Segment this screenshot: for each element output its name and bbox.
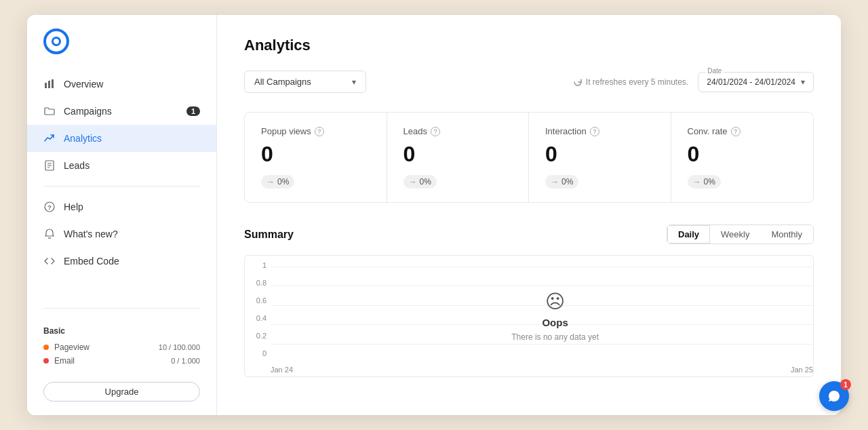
- sidebar-item-overview[interactable]: Overview: [27, 71, 216, 98]
- interaction-change: → 0%: [545, 175, 654, 189]
- chart-bar-icon: [43, 78, 56, 90]
- chat-badge: 1: [840, 379, 851, 390]
- sidebar-item-analytics-label: Analytics: [64, 133, 102, 144]
- chevron-down-icon: ▾: [352, 77, 356, 87]
- svg-text:?: ?: [47, 204, 52, 211]
- period-tabs: Daily Weekly Monthly: [667, 224, 814, 244]
- leads-value: 0: [403, 142, 513, 167]
- arrow-right-icon: →: [267, 177, 275, 187]
- page-title: Analytics: [244, 37, 814, 54]
- logo-icon: [43, 28, 69, 54]
- interaction-change-badge: → 0%: [545, 175, 578, 189]
- sidebar-item-analytics[interactable]: Analytics: [27, 125, 216, 152]
- date-picker[interactable]: Date 24/01/2024 - 24/01/2024 ▾: [698, 72, 814, 92]
- x-label-jan25: Jan 25: [791, 366, 813, 374]
- date-value: 24/01/2024 - 24/01/2024: [707, 77, 795, 87]
- leads-label: Leads ?: [403, 126, 513, 136]
- sidebar-item-whats-new-label: What's new?: [64, 229, 118, 239]
- grid-line: [271, 344, 813, 345]
- chevron-down-date-icon: ▾: [801, 77, 805, 87]
- interaction-label: Interaction ?: [545, 126, 654, 136]
- summary-header: Summary Daily Weekly Monthly: [244, 224, 814, 244]
- pageview-dot: [43, 345, 49, 350]
- toolbar-right: It refreshes every 5 minutes. Date 24/01…: [573, 72, 814, 92]
- bell-icon: [43, 228, 56, 240]
- stat-interaction: Interaction ? 0 → 0%: [529, 113, 671, 202]
- conv-rate-change-badge: → 0%: [688, 175, 721, 189]
- stat-leads: Leads ? 0 → 0%: [387, 113, 530, 202]
- y-label-06: 0.6: [245, 296, 271, 305]
- sidebar-item-whats-new[interactable]: What's new?: [27, 220, 216, 248]
- y-label-1: 1: [245, 261, 271, 269]
- sidebar-item-overview-label: Overview: [64, 79, 103, 90]
- period-tab-daily[interactable]: Daily: [667, 225, 710, 243]
- chart-empty-state: ☹ Oops There is no any data yet: [511, 290, 599, 342]
- usage-row-pageview: Pageview 10 / 100.000: [43, 343, 200, 352]
- conv-rate-change: → 0%: [688, 175, 797, 189]
- folder-icon: [43, 105, 56, 117]
- sidebar-item-leads-label: Leads: [64, 160, 90, 171]
- period-tab-weekly[interactable]: Weekly: [710, 225, 760, 243]
- sidebar-item-leads[interactable]: Leads: [27, 152, 216, 179]
- summary-title: Summary: [244, 229, 294, 241]
- interaction-help-icon[interactable]: ?: [590, 127, 599, 136]
- chart-y-labels: 1 0.8 0.6 0.4 0.2 0: [245, 256, 271, 363]
- pageview-label: Pageview: [54, 343, 153, 352]
- campaign-select[interactable]: All Campaigns ▾: [244, 71, 366, 93]
- sidebar: Overview Campaigns 1: [27, 15, 217, 415]
- conv-rate-help-icon[interactable]: ?: [731, 127, 741, 136]
- svg-rect-0: [45, 83, 47, 88]
- arrow-right-icon: →: [409, 177, 417, 187]
- conv-rate-value: 0: [688, 142, 797, 167]
- logo: [27, 28, 216, 71]
- chat-button[interactable]: 1: [819, 381, 849, 411]
- nav-divider: [43, 186, 200, 187]
- leads-help-icon[interactable]: ?: [431, 127, 440, 136]
- empty-state-title: Oops: [542, 317, 568, 328]
- svg-rect-1: [48, 81, 50, 88]
- email-dot: [43, 358, 49, 364]
- email-value: 0 / 1.000: [171, 357, 200, 365]
- email-label: Email: [54, 356, 165, 366]
- svg-rect-2: [52, 79, 54, 88]
- trending-up-icon: [43, 132, 56, 144]
- interaction-value: 0: [545, 142, 654, 167]
- grid-line: [271, 267, 813, 267]
- upgrade-button[interactable]: Upgrade: [43, 382, 200, 402]
- date-label: Date: [705, 67, 724, 75]
- leads-change: → 0%: [403, 175, 513, 189]
- sidebar-item-embed-code[interactable]: Embed Code: [27, 248, 216, 275]
- chart-area: 1 0.8 0.6 0.4 0.2 0 Jan 24 Jan 25: [244, 255, 814, 377]
- chart-x-labels: Jan 24 Jan 25: [271, 363, 813, 376]
- conv-rate-label: Conv. rate ?: [688, 126, 797, 136]
- leads-change-badge: → 0%: [403, 175, 437, 189]
- app-window: Overview Campaigns 1: [27, 15, 841, 415]
- y-label-08: 0.8: [245, 279, 271, 287]
- basic-title: Basic: [43, 326, 200, 336]
- y-label-0: 0: [245, 349, 271, 357]
- empty-state-subtitle: There is no any data yet: [511, 332, 599, 342]
- x-label-jan24: Jan 24: [271, 366, 293, 374]
- stat-conv-rate: Conv. rate ? 0 → 0%: [671, 113, 814, 202]
- period-tab-monthly[interactable]: Monthly: [760, 225, 813, 243]
- stats-row: Popup views ? 0 → 0% Leads ? 0: [244, 112, 814, 203]
- usage-row-email: Email 0 / 1.000: [43, 356, 200, 366]
- refresh-info: It refreshes every 5 minutes.: [573, 77, 688, 87]
- grid-line: [271, 286, 813, 286]
- sidebar-item-embed-code-label: Embed Code: [64, 256, 119, 267]
- toolbar: All Campaigns ▾ It refreshes every 5 min…: [244, 71, 814, 93]
- refresh-text: It refreshes every 5 minutes.: [586, 77, 688, 87]
- popup-views-change-badge: → 0%: [261, 175, 294, 189]
- file-text-icon: [43, 159, 56, 172]
- arrow-right-icon: →: [551, 177, 559, 187]
- basic-section: Basic Pageview 10 / 100.000 Email 0 / 1.…: [27, 315, 216, 375]
- bottom-divider: [43, 308, 200, 309]
- code-icon: [43, 255, 56, 267]
- campaign-select-label: All Campaigns: [254, 77, 311, 87]
- sidebar-nav: Overview Campaigns 1: [27, 71, 216, 301]
- sidebar-item-campaigns[interactable]: Campaigns 1: [27, 98, 216, 125]
- sidebar-item-campaigns-label: Campaigns: [64, 106, 112, 117]
- popup-views-help-icon[interactable]: ?: [315, 127, 324, 136]
- sidebar-item-help-label: Help: [64, 201, 83, 212]
- sidebar-item-help[interactable]: ? Help: [27, 193, 216, 220]
